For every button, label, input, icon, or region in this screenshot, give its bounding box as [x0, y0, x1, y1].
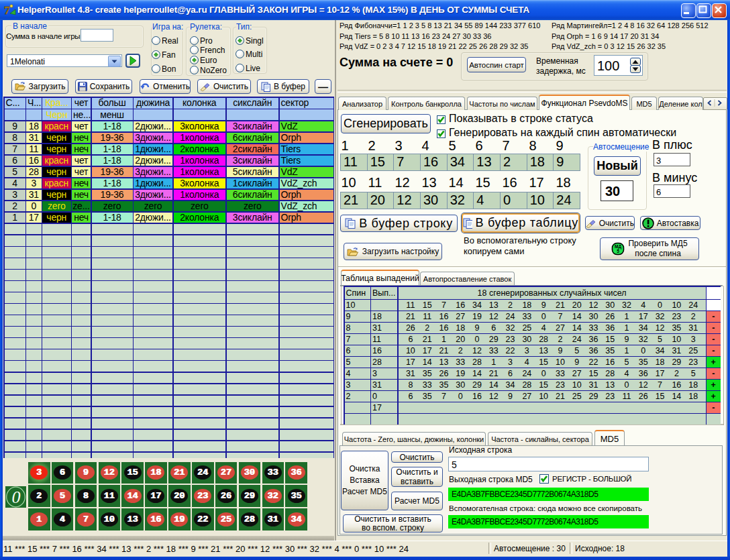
svg-text:5: 5 — [617, 249, 620, 254]
svg-text:7: 7 — [4, 4, 10, 17]
svg-text:0: 0 — [12, 488, 21, 507]
